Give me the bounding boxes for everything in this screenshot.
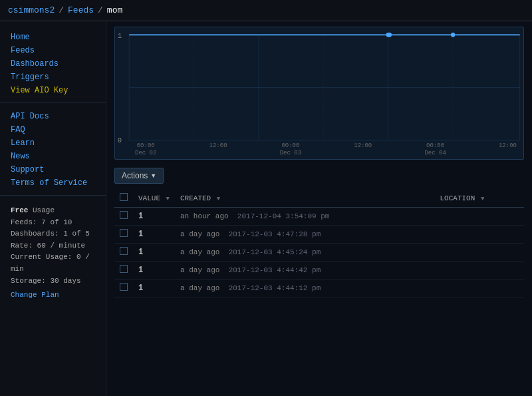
row-value-3: 1 [133, 262, 175, 280]
x-label-4: 00:00Dec 04 [424, 142, 446, 158]
row-checkbox-cell-2 [114, 244, 133, 262]
breadcrumb-bar: csimmons2 / Feeds / mom [0, 0, 532, 21]
current-usage: Current Usage: 0 / min [11, 253, 90, 273]
th-location[interactable]: LOCATION ▼ [434, 189, 524, 208]
row-checkbox-2[interactable] [120, 247, 128, 255]
relative-time-0: an hour ago [180, 212, 229, 220]
relative-time-2: a day ago [180, 248, 219, 256]
sidebar-secondary-section: API Docs FAQ Learn News Support Terms of… [0, 107, 106, 196]
sidebar-item-feeds[interactable]: Feeds [0, 44, 106, 57]
row-location-2 [434, 244, 524, 262]
breadcrumb-sep-1: / [59, 5, 64, 15]
storage-usage: Storage: 30 days [11, 277, 81, 285]
header-checkbox[interactable] [120, 193, 128, 201]
row-location-3 [434, 262, 524, 280]
th-checkbox [114, 189, 133, 208]
sort-arrow-created: ▼ [217, 196, 220, 202]
sidebar-item-triggers[interactable]: Triggers [0, 71, 106, 84]
row-value-0: 1 [133, 208, 175, 226]
absolute-time-2: 2017-12-03 4:45:24 pm [229, 248, 321, 256]
absolute-time-1: 2017-12-03 4:47:28 pm [229, 230, 321, 238]
sidebar-item-home[interactable]: Home [0, 31, 106, 44]
actions-label: Actions [122, 171, 148, 180]
data-table: VALUE ▼ CREATED ▼ LOCATION ▼ 1 an hour a… [114, 189, 524, 297]
table-header-row: VALUE ▼ CREATED ▼ LOCATION ▼ [114, 189, 524, 208]
dropdown-arrow-icon: ▼ [150, 172, 156, 179]
row-checkbox-cell-4 [114, 280, 133, 297]
svg-point-11 [388, 33, 392, 37]
x-label-5: 12:00 [499, 142, 517, 158]
row-checkbox-1[interactable] [120, 229, 128, 237]
dashboards-usage: Dashboards: 1 of 5 [11, 230, 90, 238]
row-checkbox-cell-0 [114, 208, 133, 226]
table-body: 1 an hour ago 2017-12-04 3:54:09 pm 1 a … [114, 208, 524, 297]
chart-svg [115, 27, 523, 159]
row-checkbox-cell-3 [114, 262, 133, 280]
row-value-1: 1 [133, 226, 175, 244]
row-created-1: a day ago 2017-12-03 4:47:28 pm [175, 226, 434, 244]
row-checkbox-3[interactable] [120, 265, 128, 273]
sidebar-item-learn[interactable]: Learn [0, 136, 106, 150]
x-label-0: 00:00Dec 02 [135, 142, 156, 158]
sidebar-item-dashboards[interactable]: Dashboards [0, 57, 106, 71]
actions-button[interactable]: Actions ▼ [114, 168, 164, 184]
row-checkbox-0[interactable] [120, 211, 128, 219]
actions-bar: Actions ▼ [114, 168, 524, 184]
table-row: 1 a day ago 2017-12-03 4:45:24 pm [114, 244, 524, 262]
table-row: 1 a day ago 2017-12-03 4:44:42 pm [114, 262, 524, 280]
x-label-3: 12:00 [354, 142, 372, 158]
breadcrumb-feeds[interactable]: Feeds [68, 5, 94, 15]
breadcrumb-user[interactable]: csimmons2 [8, 5, 55, 15]
row-checkbox-4[interactable] [120, 283, 128, 291]
main-content: 1 0 [106, 21, 532, 396]
table-row: 1 a day ago 2017-12-03 4:47:28 pm [114, 226, 524, 244]
sidebar: Home Feeds Dashboards Triggers View AIO … [0, 21, 106, 396]
row-created-3: a day ago 2017-12-03 4:44:42 pm [175, 262, 434, 280]
chart-y-max: 1 [118, 33, 122, 40]
row-checkbox-cell-1 [114, 226, 133, 244]
table-header: VALUE ▼ CREATED ▼ LOCATION ▼ [114, 189, 524, 208]
sidebar-item-aio-key[interactable]: View AIO Key [0, 84, 106, 97]
rate-usage: Rate: 60 / minute [11, 242, 85, 250]
free-label: Free [11, 206, 28, 214]
x-label-2: 00:00Dec 03 [280, 142, 301, 158]
absolute-time-3: 2017-12-03 4:44:42 pm [229, 266, 321, 274]
relative-time-3: a day ago [180, 266, 219, 274]
chart-container: 1 0 [114, 27, 524, 160]
th-created[interactable]: CREATED ▼ [175, 189, 434, 208]
breadcrumb-sep-2: / [98, 5, 103, 15]
absolute-time-4: 2017-12-03 4:44:12 pm [229, 284, 321, 292]
usage-label: Usage [33, 206, 55, 214]
table-row: 1 an hour ago 2017-12-04 3:54:09 pm [114, 208, 524, 226]
relative-time-4: a day ago [180, 284, 219, 292]
chart-x-labels: 00:00Dec 02 12:00 00:00Dec 03 12:00 00:0… [128, 142, 523, 158]
relative-time-1: a day ago [180, 230, 219, 238]
sidebar-primary-section: Home Feeds Dashboards Triggers View AIO … [0, 28, 106, 103]
svg-point-12 [451, 33, 455, 37]
chart-y-min: 0 [118, 137, 122, 144]
absolute-time-0: 2017-12-04 3:54:09 pm [237, 212, 330, 220]
row-location-0 [434, 208, 524, 226]
row-created-4: a day ago 2017-12-03 4:44:12 pm [175, 280, 434, 297]
sidebar-item-api-docs[interactable]: API Docs [0, 110, 106, 123]
sort-arrow-value: ▼ [166, 196, 170, 202]
row-value-2: 1 [133, 244, 175, 262]
sidebar-item-support[interactable]: Support [0, 163, 106, 176]
row-location-4 [434, 280, 524, 297]
row-location-1 [434, 226, 524, 244]
sidebar-item-news[interactable]: News [0, 150, 106, 163]
breadcrumb-current: mom [107, 5, 122, 15]
change-plan-link[interactable]: Change Plan [11, 290, 95, 301]
row-created-2: a day ago 2017-12-03 4:45:24 pm [175, 244, 434, 262]
row-value-4: 1 [133, 280, 175, 297]
row-created-0: an hour ago 2017-12-04 3:54:09 pm [175, 208, 434, 226]
table-row: 1 a day ago 2017-12-03 4:44:12 pm [114, 280, 524, 297]
sort-arrow-location: ▼ [481, 196, 484, 202]
sidebar-item-tos[interactable]: Terms of Service [0, 176, 106, 190]
main-layout: Home Feeds Dashboards Triggers View AIO … [0, 21, 532, 396]
sidebar-item-faq[interactable]: FAQ [0, 123, 106, 136]
th-value[interactable]: VALUE ▼ [133, 189, 175, 208]
usage-section: Free Usage Feeds: 7 of 10 Dashboards: 1 … [0, 200, 106, 307]
feeds-usage: Feeds: 7 of 10 [11, 218, 72, 226]
x-label-1: 12:00 [209, 142, 227, 158]
